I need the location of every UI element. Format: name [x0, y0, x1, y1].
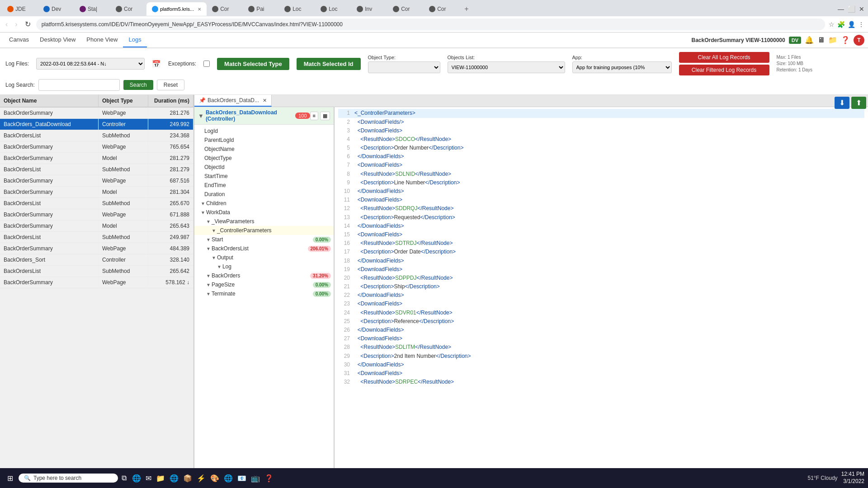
- tree-node-starttime[interactable]: StartTime: [194, 172, 334, 181]
- table-row[interactable]: BackOrderSummary WebPage 281.276: [0, 108, 193, 119]
- taskbar-app-files[interactable]: 📁: [154, 472, 167, 484]
- exceptions-checkbox[interactable]: [203, 61, 210, 67]
- browser-tab-cor2[interactable]: Cor: [207, 2, 243, 16]
- tree-node-output[interactable]: ▼ Output: [194, 253, 334, 262]
- tree-node-pagesize[interactable]: ▼ PageSize 0.00%: [194, 280, 334, 289]
- browser-tab-inv[interactable]: Inv: [351, 2, 387, 16]
- tree-node-backorderslist[interactable]: ▼ BackOrdersList 206.01%: [194, 244, 334, 253]
- table-row[interactable]: BackOrdersList SubMethod 265.642: [0, 266, 193, 277]
- refresh-button[interactable]: ↻: [23, 19, 33, 29]
- start-button[interactable]: ⊞: [4, 472, 17, 484]
- table-row[interactable]: BackOrderSummary WebPage 578.162 ↓: [0, 277, 193, 288]
- tree-node-terminate[interactable]: ▼ Terminate 0.00%: [194, 289, 334, 298]
- help-icon[interactable]: ❓: [841, 36, 850, 44]
- profile-icon[interactable]: 👤: [848, 21, 855, 28]
- browser-tab-loc1[interactable]: Loc: [279, 2, 315, 16]
- browser-tab-jde[interactable]: JDE: [2, 2, 38, 16]
- tree-node-endtime[interactable]: EndTime: [194, 181, 334, 190]
- browser-tab-active[interactable]: platform5.kris... ✕: [146, 2, 207, 16]
- tree-node-objectid[interactable]: ObjectId: [194, 163, 334, 172]
- controller-expand-icon[interactable]: ▼: [198, 113, 204, 119]
- table-row[interactable]: BackOrderSummary Model 281.304: [0, 187, 193, 198]
- tree-node-parentlogid[interactable]: ParentLogId: [194, 136, 334, 145]
- taskbar-app-mail2[interactable]: 📧: [236, 472, 248, 484]
- taskbar-app-browser[interactable]: 🌐: [168, 472, 180, 484]
- settings-icon[interactable]: ⋮: [858, 21, 864, 28]
- table-row[interactable]: BackOrderSummary WebPage 765.654: [0, 141, 193, 153]
- tree-node-workdata[interactable]: ▼ WorkData: [194, 208, 334, 217]
- browser-tab-sta[interactable]: Sta|: [74, 2, 110, 16]
- tree-view-icon[interactable]: ▦: [320, 112, 330, 120]
- table-row[interactable]: BackOrderSummary Model 265.643: [0, 221, 193, 232]
- reset-button[interactable]: Reset: [157, 80, 184, 90]
- search-button[interactable]: Search: [123, 80, 153, 90]
- extensions-icon[interactable]: 🧩: [837, 21, 845, 28]
- user-avatar[interactable]: T: [854, 35, 864, 46]
- object-type-select[interactable]: [368, 61, 440, 73]
- tab-desktop-view[interactable]: Desktop View: [34, 33, 81, 47]
- browser-tab-loc2[interactable]: Loc: [315, 2, 351, 16]
- taskbar-search[interactable]: 🔍 Type here to search: [19, 474, 118, 483]
- tree-tab-close-icon[interactable]: ✕: [263, 98, 267, 103]
- folder-icon[interactable]: 📁: [828, 36, 837, 44]
- restore-button[interactable]: ⬜: [848, 5, 855, 13]
- task-view-icon[interactable]: ⧉: [120, 472, 128, 484]
- tree-node-logid[interactable]: LogId: [194, 127, 334, 136]
- tree-node-duration[interactable]: Duration: [194, 190, 334, 199]
- taskbar-app-edge[interactable]: 🌐: [130, 472, 143, 484]
- tree-node-backorders[interactable]: ▼ BackOrders 31.20%: [194, 271, 334, 280]
- table-row[interactable]: BackOrdersList SubMethod 249.987: [0, 232, 193, 243]
- browser-tab-cor1[interactable]: Cor: [110, 2, 146, 16]
- tree-node-viewparams[interactable]: ▼ _ViewParameters: [194, 217, 334, 226]
- app-select[interactable]: App for training purposes (10%: [572, 61, 672, 73]
- table-row[interactable]: BackOrdersList SubMethod 281.279: [0, 164, 193, 175]
- tree-node-children[interactable]: ▼ Children: [194, 199, 334, 208]
- taskbar-app-paint[interactable]: 🎨: [208, 472, 221, 484]
- upload-button[interactable]: ⬆: [851, 97, 866, 109]
- browser-tab-cor3[interactable]: Cor: [387, 2, 424, 16]
- back-button[interactable]: ‹: [4, 19, 9, 29]
- objects-list-select[interactable]: VIEW-11000000: [448, 61, 565, 73]
- tab-close-icon[interactable]: ✕: [198, 7, 201, 12]
- browser-tab-dev[interactable]: Dev: [38, 2, 74, 16]
- close-button[interactable]: ✕: [859, 5, 864, 13]
- table-row[interactable]: BackOrdersList SubMethod 265.670: [0, 198, 193, 209]
- clear-filtered-log-records-button[interactable]: Clear Filtered Log Records: [679, 65, 769, 75]
- bookmark-icon[interactable]: ☆: [829, 21, 835, 28]
- taskbar-app-bolt[interactable]: ⚡: [195, 472, 208, 484]
- taskbar-app-chrome[interactable]: 🌐: [222, 472, 235, 484]
- tab-canvas[interactable]: Canvas: [4, 33, 34, 47]
- tree-node-start[interactable]: ▼ Start 0.00%: [194, 235, 334, 244]
- tree-node-controllerparams[interactable]: ▼ _ControllerParameters: [194, 226, 334, 235]
- tree-tab[interactable]: 📌 BackOrders_DataD... ✕: [194, 95, 272, 107]
- match-selected-id-button[interactable]: Match Selected Id: [297, 58, 361, 70]
- table-row[interactable]: BackOrderSummary WebPage 484.389: [0, 243, 193, 254]
- match-selected-type-button[interactable]: Match Selected Type: [217, 58, 289, 70]
- tab-logs[interactable]: Logs: [123, 33, 146, 47]
- monitor-icon[interactable]: 🖥: [817, 36, 825, 44]
- taskbar-app-yt[interactable]: 📺: [249, 472, 262, 484]
- tab-phone-view[interactable]: Phone View: [81, 33, 123, 47]
- calendar-icon[interactable]: 📅: [152, 60, 161, 68]
- bell-icon[interactable]: 🔔: [805, 36, 814, 44]
- clear-all-log-records-button[interactable]: Clear All Log Records: [679, 52, 769, 63]
- browser-tab-cor4[interactable]: Cor: [424, 2, 460, 16]
- table-row[interactable]: BackOrders_DataDownload Controller 249.9…: [0, 119, 193, 130]
- table-row[interactable]: BackOrderSummary Model 281.279: [0, 153, 193, 164]
- log-search-input[interactable]: [38, 79, 120, 91]
- table-row[interactable]: BackOrdersList SubMethod 234.368: [0, 130, 193, 141]
- address-bar-input[interactable]: [36, 19, 825, 30]
- table-row[interactable]: BackOrders_Sort Controller 328.140: [0, 254, 193, 266]
- log-files-select[interactable]: 2022-03-01 08:22:53.644 - N↓: [36, 58, 145, 70]
- browser-tab-pai[interactable]: Pai: [243, 2, 279, 16]
- table-row[interactable]: BackOrderSummary WebPage 687.516: [0, 175, 193, 187]
- forward-button[interactable]: ›: [13, 19, 19, 29]
- minimize-button[interactable]: —: [838, 5, 844, 13]
- taskbar-app-mail[interactable]: ✉: [144, 472, 153, 484]
- tree-node-objectname[interactable]: ObjectName: [194, 145, 334, 154]
- new-tab-button[interactable]: +: [460, 3, 473, 15]
- tree-node-objecttype[interactable]: ObjectType: [194, 154, 334, 163]
- taskbar-app-help[interactable]: ❓: [263, 472, 275, 484]
- tree-node-log[interactable]: ▼ Log: [194, 262, 334, 271]
- download-button[interactable]: ⬇: [835, 97, 849, 109]
